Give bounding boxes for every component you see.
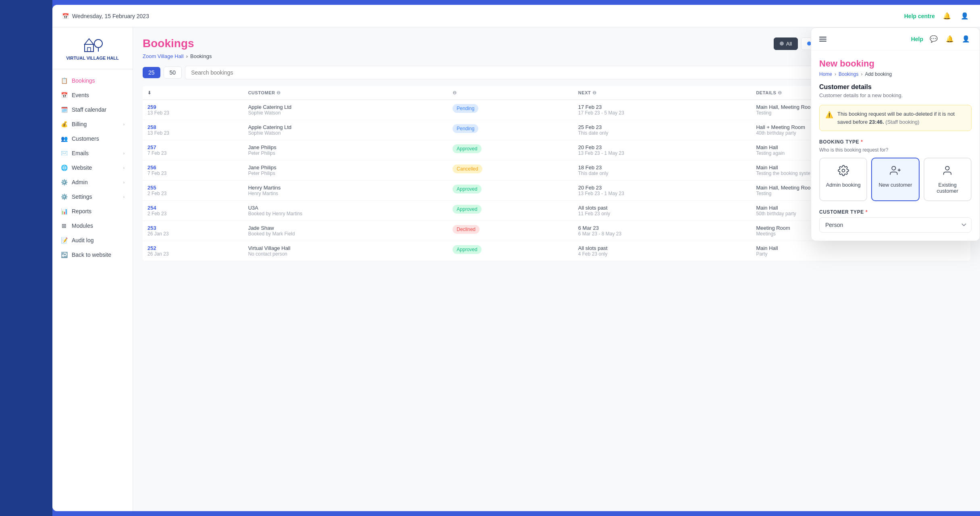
cell-id-date: 256 7 Feb 23 bbox=[143, 160, 243, 181]
col-customer: CUSTOMER ⊖ bbox=[243, 86, 448, 100]
nav-label-customers: Customers bbox=[72, 135, 99, 142]
cell-id-date: 258 13 Feb 23 bbox=[143, 120, 243, 140]
booking-type-icon-existing-customer bbox=[928, 165, 967, 179]
sidebar-item-reports[interactable]: 📊 Reports bbox=[52, 204, 133, 218]
filter-next-icon[interactable]: ⊖ bbox=[592, 90, 597, 96]
alert-text-after: (Staff booking) bbox=[885, 119, 919, 125]
status-badge: Approved bbox=[453, 144, 481, 153]
topbar: 📅 Wednesday, 15 February 2023 Help centr… bbox=[52, 5, 980, 27]
sidebar-item-billing[interactable]: 💰 Billing › bbox=[52, 117, 133, 131]
nav-arrow-settings: › bbox=[123, 195, 125, 199]
next-sub: This date only bbox=[578, 171, 747, 176]
next-date: 17 Feb 23 bbox=[578, 104, 747, 110]
page-size-50[interactable]: 50 bbox=[164, 67, 182, 79]
panel-profile-button[interactable]: 👤 bbox=[960, 33, 972, 44]
booking-type-new-customer[interactable]: New customer bbox=[871, 158, 919, 201]
booking-id[interactable]: 255 bbox=[147, 185, 239, 191]
next-sub: 13 Feb 23 - 1 May 23 bbox=[578, 191, 747, 196]
filter-customer-icon[interactable]: ⊖ bbox=[276, 90, 281, 96]
booking-id[interactable]: 257 bbox=[147, 144, 239, 150]
nav-icon-website: 🌐 bbox=[60, 164, 68, 171]
customer-name: U3A bbox=[248, 205, 443, 211]
panel-chat-button[interactable]: 💬 bbox=[928, 33, 939, 44]
brand-name: VIRTUAL VILLAGE HALL bbox=[66, 55, 119, 61]
status-badge: Pending bbox=[453, 124, 478, 133]
panel-notifications-button[interactable]: 🔔 bbox=[944, 33, 955, 44]
nav-label-emails: Emails bbox=[72, 150, 89, 156]
sidebar-item-settings[interactable]: ⚙️ Settings › bbox=[52, 189, 133, 204]
booking-id[interactable]: 258 bbox=[147, 124, 239, 130]
sort-icon[interactable]: ⬇ bbox=[147, 90, 152, 95]
sidebar-item-events[interactable]: 📅 Events bbox=[52, 88, 133, 102]
cell-id-date: 255 2 Feb 23 bbox=[143, 181, 243, 201]
details-sub: Party bbox=[756, 251, 965, 257]
booking-type-label-admin: Admin booking bbox=[824, 182, 862, 188]
booking-type-existing-customer[interactable]: Existing customer bbox=[924, 158, 972, 201]
nav-arrow-emails: › bbox=[123, 151, 125, 156]
filter-btn-all[interactable]: All bbox=[774, 37, 798, 50]
panel-breadcrumb-home[interactable]: Home bbox=[819, 71, 832, 77]
table-row[interactable]: 252 26 Jan 23 Virtual Village Hall No co… bbox=[143, 241, 970, 261]
booking-date: 13 Feb 23 bbox=[147, 130, 239, 136]
nav-icon-billing: 💰 bbox=[60, 121, 68, 128]
next-sub: 17 Feb 23 - 5 May 23 bbox=[578, 110, 747, 116]
sidebar-item-back-to-website[interactable]: ↩️ Back to website bbox=[52, 248, 133, 262]
cell-next: 25 Feb 23 This date only bbox=[573, 120, 752, 140]
svg-rect-0 bbox=[85, 44, 93, 52]
booking-type-admin[interactable]: Admin booking bbox=[819, 158, 867, 201]
customer-sub: Sophie Watson bbox=[248, 110, 443, 116]
sidebar-item-website[interactable]: 🌐 Website › bbox=[52, 160, 133, 175]
booking-type-icon-new-customer bbox=[876, 165, 914, 179]
sidebar-item-admin[interactable]: ⚙️ Admin › bbox=[52, 175, 133, 189]
col-next: NEXT ⊖ bbox=[573, 86, 752, 100]
booking-id[interactable]: 259 bbox=[147, 104, 239, 110]
booking-type-required: * bbox=[861, 139, 863, 145]
nav-label-admin: Admin bbox=[72, 179, 88, 185]
booking-id[interactable]: 254 bbox=[147, 205, 239, 211]
next-date: 25 Feb 23 bbox=[578, 124, 747, 130]
booking-type-label-new-customer: New customer bbox=[876, 182, 914, 188]
nav-arrow-billing: › bbox=[123, 122, 125, 127]
sidebar-item-emails[interactable]: ✉️ Emails › bbox=[52, 146, 133, 160]
customer-type-label: CUSTOMER TYPE * bbox=[819, 209, 972, 215]
sidebar-item-modules[interactable]: ⊞ Modules bbox=[52, 218, 133, 233]
profile-button[interactable]: 👤 bbox=[959, 10, 970, 21]
cell-status: Pending bbox=[448, 120, 573, 140]
details-main: Main Hall bbox=[756, 245, 965, 251]
breadcrumb-parent[interactable]: Zoom Village Hall bbox=[143, 53, 184, 59]
left-nav: VIRTUAL VILLAGE HALL 📋 Bookings 📅 Events… bbox=[52, 27, 133, 511]
panel-breadcrumb-bookings[interactable]: Bookings bbox=[839, 71, 858, 77]
booking-id[interactable]: 253 bbox=[147, 225, 239, 231]
nav-label-back-to-website: Back to website bbox=[72, 252, 111, 258]
nav-icon-staff-calendar: 🗓️ bbox=[60, 106, 68, 113]
panel-help-label[interactable]: Help bbox=[911, 36, 923, 42]
sidebar-item-customers[interactable]: 👥 Customers bbox=[52, 131, 133, 146]
nav-label-modules: Modules bbox=[72, 223, 93, 229]
nav-label-settings: Settings bbox=[72, 194, 92, 200]
booking-type-label-existing-customer: Existing customer bbox=[928, 182, 967, 194]
nav-icon-modules: ⊞ bbox=[60, 222, 68, 229]
panel-hamburger[interactable] bbox=[819, 37, 826, 42]
page-size-25[interactable]: 25 bbox=[143, 67, 160, 78]
customer-name: Jane Philips bbox=[248, 144, 443, 150]
sidebar-item-bookings[interactable]: 📋 Bookings bbox=[52, 73, 133, 88]
nav-label-events: Events bbox=[72, 92, 89, 98]
sidebar-item-staff-calendar[interactable]: 🗓️ Staff calendar bbox=[52, 102, 133, 117]
cell-id-date: 257 7 Feb 23 bbox=[143, 140, 243, 160]
status-badge: Declined bbox=[453, 225, 480, 234]
booking-date: 7 Feb 23 bbox=[147, 150, 239, 156]
help-centre-link[interactable]: Help centre bbox=[904, 13, 935, 19]
customer-type-select[interactable]: PersonOrganisation bbox=[819, 217, 972, 233]
nav-icon-emails: ✉️ bbox=[60, 150, 68, 157]
filter-details-icon[interactable]: ⊖ bbox=[778, 90, 782, 96]
booking-date: 26 Jan 23 bbox=[147, 231, 239, 237]
filter-status-icon[interactable]: ⊖ bbox=[453, 90, 457, 96]
topbar-left: 📅 Wednesday, 15 February 2023 bbox=[62, 13, 149, 19]
sidebar-item-audit-log[interactable]: 📝 Audit log bbox=[52, 233, 133, 248]
cell-customer: Virtual Village Hall No contact person bbox=[243, 241, 448, 261]
notifications-button[interactable]: 🔔 bbox=[941, 10, 953, 21]
booking-id[interactable]: 256 bbox=[147, 164, 239, 171]
cell-customer: Jane Philips Peter Philips bbox=[243, 140, 448, 160]
booking-id[interactable]: 252 bbox=[147, 245, 239, 251]
cell-id-date: 252 26 Jan 23 bbox=[143, 241, 243, 261]
